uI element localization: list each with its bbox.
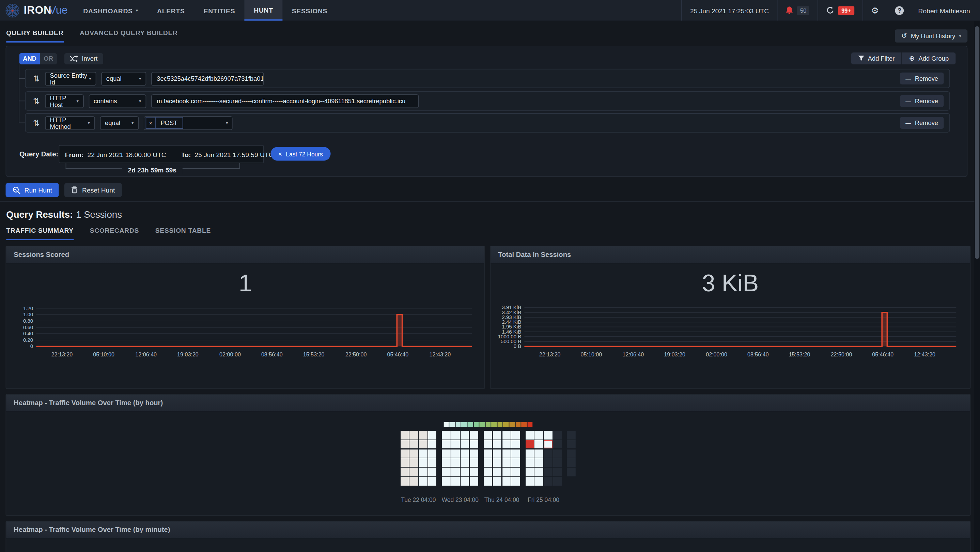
heatmap-cell[interactable] (544, 468, 552, 476)
heatmap-cell[interactable] (461, 431, 469, 439)
heatmap-cell[interactable] (493, 431, 501, 439)
heatmap-cell[interactable] (553, 440, 562, 449)
heatmap-cell[interactable] (484, 477, 492, 485)
invert-button[interactable]: Invert (64, 53, 103, 64)
heatmap-cell[interactable] (567, 468, 576, 476)
run-hunt-button[interactable]: Run Hunt (6, 183, 59, 197)
settings-button[interactable]: ⚙ (862, 0, 887, 21)
my-hunt-history-button[interactable]: ↺ My Hunt History ▾ (895, 29, 968, 43)
heatmap-cell[interactable] (400, 477, 409, 485)
heatmap-cell[interactable] (502, 431, 511, 439)
field-select[interactable]: Source Entity Id▾ (45, 72, 96, 85)
heatmap-cell[interactable] (567, 431, 576, 439)
heatmap-cell[interactable] (502, 440, 511, 449)
heatmap-cell[interactable] (525, 449, 534, 458)
remove-filter-button[interactable]: —Remove (900, 117, 944, 129)
date-range-box[interactable]: From: 22 Jun 2021 18:00:00 UTC To: 25 Ju… (59, 145, 264, 163)
add-filter-button[interactable]: Add Filter (851, 52, 902, 64)
from-value[interactable]: 22 Jun 2021 18:00:00 UTC (87, 150, 166, 158)
heatmap-cell[interactable] (451, 431, 460, 439)
heatmap-cell[interactable] (544, 431, 552, 439)
heatmap-cell[interactable] (409, 449, 418, 458)
heatmap-cell[interactable] (419, 459, 428, 467)
alerts-bell[interactable]: 50 (777, 0, 818, 21)
heatmap-cell[interactable] (567, 449, 576, 458)
heatmap-cell[interactable] (442, 468, 451, 476)
heatmap-cell[interactable] (525, 477, 534, 485)
heatmap-cell[interactable] (409, 440, 418, 449)
heatmap-cell[interactable] (493, 459, 501, 467)
refresh-control[interactable]: 99+ (818, 0, 862, 21)
heatmap-cell[interactable] (502, 468, 511, 476)
heatmap-cell[interactable] (419, 449, 428, 458)
nav-item-hunt[interactable]: HUNT (245, 0, 282, 21)
heatmap-cell[interactable] (544, 477, 552, 485)
or-button[interactable]: OR (40, 53, 57, 64)
heatmap-cell[interactable] (428, 449, 437, 458)
heatmap-cell[interactable] (470, 459, 478, 467)
heatmap-cell[interactable] (428, 468, 437, 476)
heatmap-cell[interactable] (484, 431, 492, 439)
heatmap-cell[interactable] (511, 440, 520, 449)
heatmap-cell[interactable] (567, 440, 576, 449)
heatmap-cell[interactable] (461, 459, 469, 467)
operator-select[interactable]: equal▾ (100, 116, 138, 129)
heatmap-cell[interactable] (470, 477, 478, 485)
tab-session-table[interactable]: SESSION TABLE (155, 226, 211, 240)
heatmap-cell[interactable] (428, 431, 437, 439)
tab-query-builder[interactable]: QUERY BUILDER (6, 29, 64, 42)
heatmap-cell[interactable] (553, 431, 562, 439)
heatmap-cell[interactable] (409, 477, 418, 485)
heatmap-cell[interactable] (442, 449, 451, 458)
heatmap-cell[interactable] (400, 431, 409, 439)
heatmap-cell[interactable] (484, 440, 492, 449)
heatmap-cell[interactable] (400, 449, 409, 458)
heatmap-cell[interactable] (409, 431, 418, 439)
heatmap-cell[interactable] (493, 449, 501, 458)
heatmap-cell[interactable] (502, 449, 511, 458)
heatmap-cell[interactable] (419, 468, 428, 476)
heatmap-cell[interactable] (511, 459, 520, 467)
heatmap-cell[interactable] (493, 477, 501, 485)
heatmap-cell[interactable] (502, 459, 511, 467)
heatmap-cell[interactable] (553, 449, 562, 458)
last-72-hours-button[interactable]: × Last 72 Hours (270, 147, 330, 161)
reorder-icon[interactable]: ⇅ (33, 96, 40, 106)
add-group-button[interactable]: ⊕ Add Group (902, 52, 956, 64)
heatmap-cell[interactable] (461, 449, 469, 458)
heatmap-cell[interactable] (428, 459, 437, 467)
heatmap-cell[interactable] (535, 477, 543, 485)
heatmap-cell[interactable] (484, 459, 492, 467)
heatmap-cell[interactable] (400, 440, 409, 449)
heatmap-cell[interactable] (470, 440, 478, 449)
filter-value-multiselect[interactable]: ×POST▾ (144, 116, 233, 129)
heatmap-cell[interactable] (470, 449, 478, 458)
heatmap-cell[interactable] (567, 459, 576, 467)
heatmap-cell[interactable] (535, 431, 543, 439)
brand-logo[interactable]: IRONVue (0, 0, 74, 21)
field-select[interactable]: HTTP Host▾ (45, 94, 84, 108)
heatmap-cell[interactable] (544, 449, 552, 458)
nav-item-sessions[interactable]: SESSIONS (282, 0, 337, 21)
heatmap-cell[interactable] (451, 468, 460, 476)
heatmap-cell[interactable] (470, 468, 478, 476)
heatmap-cell[interactable] (535, 449, 543, 458)
filter-value-input[interactable]: m.facebook.com--------secured-----confir… (151, 94, 418, 108)
heatmap-cell[interactable] (484, 449, 492, 458)
tab-scorecards[interactable]: SCORECARDS (90, 226, 139, 240)
heatmap-cell[interactable] (525, 440, 534, 449)
heatmap-cell[interactable] (553, 477, 562, 485)
reset-hunt-button[interactable]: Reset Hunt (65, 183, 122, 197)
heatmap-cell[interactable] (511, 449, 520, 458)
heatmap-cell[interactable] (442, 477, 451, 485)
heatmap-cell[interactable] (511, 468, 520, 476)
heatmap-cell[interactable] (493, 468, 501, 476)
heatmap-cell[interactable] (461, 477, 469, 485)
to-value[interactable]: 25 Jun 2021 17:59:59 UTC (194, 150, 273, 158)
heatmap-cell[interactable] (544, 440, 552, 449)
nav-item-dashboards[interactable]: DASHBOARDS▾ (74, 0, 148, 21)
heatmap-cell[interactable] (451, 440, 460, 449)
heatmap-cell[interactable] (400, 468, 409, 476)
heatmap-cell[interactable] (544, 459, 552, 467)
heatmap-cell[interactable] (428, 440, 437, 449)
